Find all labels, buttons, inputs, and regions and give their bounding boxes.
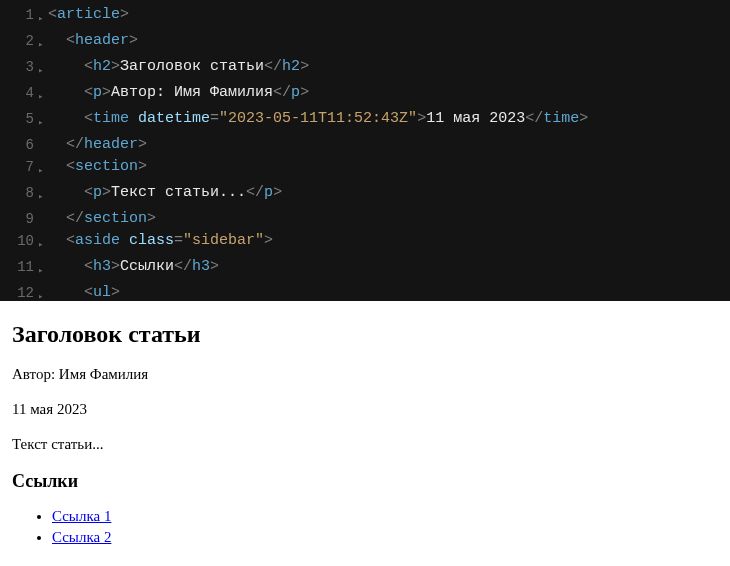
fold-icon[interactable]: ▸: [38, 182, 48, 208]
code-line[interactable]: 2▸ <header>: [0, 30, 730, 56]
preview-link[interactable]: Ссылка 2: [52, 529, 111, 545]
list-item: Ссылка 1: [52, 506, 718, 527]
fold-icon[interactable]: ▸: [38, 108, 48, 134]
code-line[interactable]: 11▸ <h3>Ссылки</h3>: [0, 256, 730, 282]
fold-icon[interactable]: ▸: [38, 230, 48, 256]
line-number: 9: [0, 208, 38, 230]
code-content[interactable]: </section>: [48, 208, 156, 230]
preview-heading: Заголовок статьи: [12, 321, 718, 348]
code-lines: 1▸<article>2▸ <header>3▸ <h2>Заголовок с…: [0, 4, 730, 301]
line-number: 7: [0, 156, 38, 178]
fold-icon[interactable]: [38, 208, 48, 212]
fold-icon[interactable]: ▸: [38, 4, 48, 30]
code-content[interactable]: <section>: [48, 156, 147, 178]
code-content[interactable]: <time datetime="2023-05-11T11:52:43Z">11…: [48, 108, 588, 130]
code-content[interactable]: <h2>Заголовок статьи</h2>: [48, 56, 309, 78]
line-number: 10: [0, 230, 38, 252]
code-content[interactable]: <header>: [48, 30, 138, 52]
preview-links-heading: Ссылки: [12, 471, 718, 492]
fold-icon[interactable]: ▸: [38, 82, 48, 108]
code-content[interactable]: <h3>Ссылки</h3>: [48, 256, 219, 278]
fold-icon[interactable]: ▸: [38, 282, 48, 301]
line-number: 8: [0, 182, 38, 204]
code-line[interactable]: 8▸ <p>Текст статьи...</p>: [0, 182, 730, 208]
code-content[interactable]: </header>: [48, 134, 147, 156]
preview-date: 11 мая 2023: [12, 401, 718, 418]
preview-link[interactable]: Ссылка 1: [52, 508, 111, 524]
code-content[interactable]: <article>: [48, 4, 129, 26]
fold-icon[interactable]: [38, 134, 48, 138]
line-number: 6: [0, 134, 38, 156]
line-number: 2: [0, 30, 38, 52]
line-number: 12: [0, 282, 38, 301]
code-line[interactable]: 6 </header>: [0, 134, 730, 156]
code-line[interactable]: 12▸ <ul>: [0, 282, 730, 301]
fold-icon[interactable]: ▸: [38, 30, 48, 56]
line-number: 3: [0, 56, 38, 78]
line-number: 5: [0, 108, 38, 130]
code-content[interactable]: <aside class="sidebar">: [48, 230, 273, 252]
code-line[interactable]: 5▸ <time datetime="2023-05-11T11:52:43Z"…: [0, 108, 730, 134]
line-number: 4: [0, 82, 38, 104]
code-line[interactable]: 3▸ <h2>Заголовок статьи</h2>: [0, 56, 730, 82]
code-line[interactable]: 10▸ <aside class="sidebar">: [0, 230, 730, 256]
code-line[interactable]: 1▸<article>: [0, 4, 730, 30]
code-content[interactable]: <ul>: [48, 282, 120, 301]
code-content[interactable]: <p>Автор: Имя Фамилия</p>: [48, 82, 309, 104]
code-line[interactable]: 7▸ <section>: [0, 156, 730, 182]
code-editor[interactable]: 1▸<article>2▸ <header>3▸ <h2>Заголовок с…: [0, 0, 730, 301]
preview-pane: Заголовок статьи Автор: Имя Фамилия 11 м…: [0, 301, 730, 566]
preview-author: Автор: Имя Фамилия: [12, 366, 718, 383]
fold-icon[interactable]: ▸: [38, 156, 48, 182]
fold-icon[interactable]: ▸: [38, 56, 48, 82]
code-line[interactable]: 4▸ <p>Автор: Имя Фамилия</p>: [0, 82, 730, 108]
code-line[interactable]: 9 </section>: [0, 208, 730, 230]
code-content[interactable]: <p>Текст статьи...</p>: [48, 182, 282, 204]
line-number: 11: [0, 256, 38, 278]
preview-links-list: Ссылка 1Ссылка 2: [12, 506, 718, 548]
line-number: 1: [0, 4, 38, 26]
list-item: Ссылка 2: [52, 527, 718, 548]
fold-icon[interactable]: ▸: [38, 256, 48, 282]
preview-body: Текст статьи...: [12, 436, 718, 453]
